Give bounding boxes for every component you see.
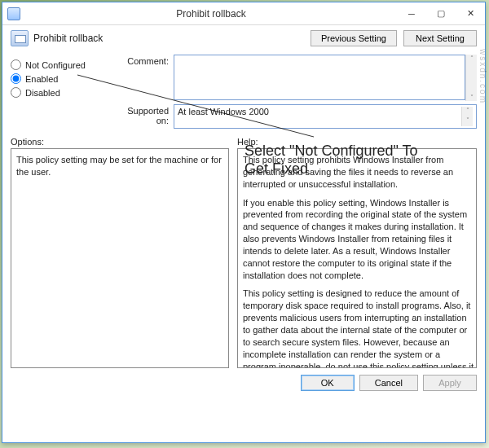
previous-setting-button[interactable]: Previous Setting — [311, 30, 397, 46]
config-section: Not Configured Enabled Disabled Comment:… — [11, 55, 477, 101]
apply-button[interactable]: Apply — [423, 375, 477, 391]
help-column: Help: This policy setting prohibits Wind… — [237, 137, 477, 368]
options-text: This policy setting may be set for the m… — [16, 155, 222, 177]
supported-on-value: At least Windows 2000 — [178, 107, 461, 126]
minimize-button[interactable]: ─ — [397, 5, 426, 23]
ok-button[interactable]: OK — [301, 375, 355, 391]
comment-scrollbar[interactable]: ˄ ˅ — [465, 55, 477, 101]
next-setting-button[interactable]: Next Setting — [403, 30, 477, 46]
cancel-button[interactable]: Cancel — [359, 375, 418, 391]
scroll-down-icon: ˅ — [470, 94, 474, 101]
help-paragraph: This policy setting prohibits Windows In… — [243, 154, 474, 191]
watermark: wsxdn.com — [478, 49, 487, 104]
content-area: Prohibit rollback Previous Setting Next … — [2, 25, 485, 397]
title-bar: Prohibit rollback ─ ▢ ✕ — [2, 2, 485, 25]
radio-not-configured-label: Not Configured — [25, 60, 86, 70]
dialog-window: Prohibit rollback ─ ▢ ✕ Prohibit rollbac… — [2, 2, 486, 443]
scroll-up-icon: ˄ — [466, 107, 469, 116]
radio-enabled-label: Enabled — [25, 74, 58, 84]
options-column: Options: This policy setting may be set … — [11, 137, 229, 368]
scroll-up-icon: ˄ — [470, 55, 474, 62]
close-button[interactable]: ✕ — [456, 5, 485, 23]
comment-label: Comment: — [117, 55, 174, 101]
supported-row: Supported on: At least Windows 2000 ˄ ˅ — [11, 104, 477, 129]
scroll-down-icon: ˅ — [466, 116, 469, 126]
options-label: Options: — [11, 137, 229, 147]
comment-textarea[interactable] — [174, 55, 465, 100]
radio-enabled[interactable]: Enabled — [11, 73, 117, 84]
help-paragraph: This policy setting is designed to reduc… — [243, 288, 474, 368]
supported-on-box: At least Windows 2000 ˄ ˅ — [174, 104, 477, 129]
app-icon — [7, 7, 20, 20]
radio-disabled[interactable]: Disabled — [11, 87, 117, 98]
policy-icon — [11, 30, 29, 46]
maximize-button[interactable]: ▢ — [426, 5, 456, 23]
policy-title: Prohibit rollback — [33, 33, 304, 44]
radio-not-configured-input[interactable] — [11, 59, 21, 70]
help-panel[interactable]: This policy setting prohibits Windows In… — [237, 148, 477, 368]
radio-group: Not Configured Enabled Disabled — [11, 55, 117, 101]
radio-disabled-input[interactable] — [11, 87, 21, 98]
window-title: Prohibit rollback — [25, 8, 397, 20]
radio-enabled-input[interactable] — [11, 73, 21, 84]
lower-panels: Options: This policy setting may be set … — [11, 137, 477, 368]
radio-disabled-label: Disabled — [25, 88, 60, 98]
footer-buttons: OK Cancel Apply — [11, 375, 477, 391]
radio-not-configured[interactable]: Not Configured — [11, 59, 117, 70]
help-label: Help: — [237, 137, 477, 147]
supported-scrollbar[interactable]: ˄ ˅ — [461, 107, 473, 126]
help-paragraph: If you enable this policy setting, Windo… — [243, 197, 474, 282]
header-row: Prohibit rollback Previous Setting Next … — [11, 30, 477, 46]
options-panel: This policy setting may be set for the m… — [11, 148, 229, 368]
supported-on-label: Supported on: — [117, 104, 174, 129]
